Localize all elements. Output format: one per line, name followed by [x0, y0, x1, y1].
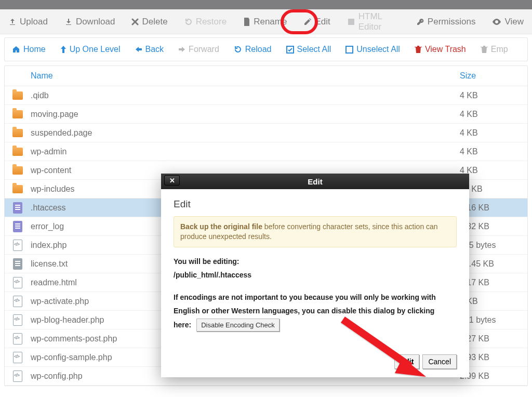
nav-label: Emp: [491, 45, 508, 54]
folder-icon: [12, 109, 23, 120]
reload-icon: [234, 45, 242, 54]
restore-button: Restore: [176, 9, 235, 34]
list-header: Name Size: [5, 66, 527, 86]
delete-button[interactable]: Delete: [123, 9, 176, 34]
header-name[interactable]: Name: [31, 71, 460, 81]
dialog-titlebar: ✕ Edit: [161, 174, 469, 189]
warning-bold: Back up the original file: [180, 222, 262, 231]
edit-button[interactable]: Edit: [295, 9, 338, 34]
file-size: 4 KB: [460, 91, 520, 100]
forward-button: Forward: [171, 37, 227, 61]
file-row[interactable]: wp-admin4 KB: [5, 142, 527, 161]
nav-label: Up One Level: [70, 45, 121, 54]
eye-icon: [492, 19, 501, 25]
code-file-icon: [12, 314, 23, 326]
code-file-icon: [12, 240, 23, 251]
unselect-all-icon: [345, 46, 353, 54]
folder-icon: [12, 127, 23, 139]
dialog-title: Edit: [308, 177, 322, 186]
dialog-cancel-button[interactable]: Cancel: [422, 354, 457, 369]
toolbar-label: Restore: [196, 17, 227, 27]
encoding-note: If encodings are not important to you be…: [174, 290, 457, 332]
forward-arrow-icon: [178, 46, 185, 53]
restore-icon: [184, 18, 193, 26]
toolbar-label: Upload: [20, 17, 48, 27]
toolbar-label: View: [504, 17, 524, 27]
up-one-level-button[interactable]: Up One Level: [53, 37, 128, 61]
key-icon: [416, 18, 424, 26]
edit-dialog: ✕ Edit Edit Back up the original file be…: [161, 174, 469, 377]
code-file-icon: [12, 352, 23, 363]
delete-icon: [131, 18, 139, 25]
file-size: 4 KB: [460, 147, 520, 156]
folder-icon: [12, 90, 23, 101]
code-file-icon: [12, 296, 23, 307]
dialog-actions: Edit Cancel: [174, 354, 457, 369]
note-line: here:: [174, 321, 191, 329]
file-size: 4 KB: [460, 128, 520, 138]
dialog-close-button[interactable]: ✕: [164, 175, 180, 186]
select-all-icon: [286, 46, 294, 54]
file-name: wp-admin: [31, 147, 460, 156]
svg-rect-1: [346, 46, 353, 53]
note-line: English or other Western languages, you …: [174, 304, 457, 318]
pencil-icon: [303, 18, 312, 26]
note-line: If encodings are not important to you be…: [174, 290, 457, 305]
app-header-bar: [0, 0, 532, 9]
dialog-body: Edit Back up the original file before co…: [161, 189, 469, 377]
dialog-heading: Edit: [174, 198, 457, 210]
toolbar-label: Permissions: [428, 17, 476, 27]
home-icon: [12, 45, 20, 54]
reload-button[interactable]: Reload: [227, 37, 279, 61]
download-button[interactable]: Download: [56, 9, 124, 34]
rename-icon: [243, 18, 250, 26]
file-row[interactable]: moving.page4 KB: [5, 105, 527, 124]
code-file-icon: [12, 333, 23, 345]
nav-label: Reload: [245, 45, 272, 54]
upload-button[interactable]: Upload: [0, 9, 56, 34]
trash-icon: [415, 45, 422, 54]
toolbar-label: Download: [76, 17, 115, 27]
download-icon: [64, 18, 73, 26]
back-arrow-icon: [135, 46, 142, 53]
folder-icon: [12, 183, 23, 195]
view-trash-button[interactable]: View Trash: [407, 37, 473, 61]
toolbar-label: HTML Editor: [358, 11, 400, 32]
nav-toolbar: Home Up One Level Back Forward Reload Se…: [4, 37, 528, 61]
editing-label: You will be editing:: [174, 257, 240, 266]
nav-label: Select All: [297, 45, 331, 54]
toolbar-label: Edit: [315, 17, 330, 27]
view-button[interactable]: View: [484, 9, 532, 34]
html-editor-icon: [347, 18, 355, 26]
toolbar-label: Rename: [254, 17, 287, 27]
file-name: .qidb: [31, 91, 460, 100]
document-icon: [12, 258, 23, 270]
disable-encoding-check-button[interactable]: Disable Encoding Check: [196, 319, 280, 332]
dialog-warning: Back up the original file before convert…: [174, 216, 457, 247]
permissions-button[interactable]: Permissions: [408, 9, 484, 34]
select-all-button[interactable]: Select All: [279, 37, 339, 61]
document-icon: [12, 221, 23, 232]
trash-icon: [481, 45, 488, 54]
unselect-all-button[interactable]: Unselect All: [338, 37, 407, 61]
folder-icon: [12, 146, 23, 157]
up-arrow-icon: [60, 45, 66, 54]
nav-label: Forward: [189, 45, 219, 54]
upload-icon: [8, 18, 17, 26]
nav-label: Unselect All: [356, 45, 400, 54]
file-row[interactable]: suspended.page4 KB: [5, 124, 527, 142]
folder-icon: [12, 165, 23, 176]
rename-button[interactable]: Rename: [235, 9, 295, 34]
file-row[interactable]: .qidb4 KB: [5, 86, 527, 105]
file-size: 4 KB: [460, 110, 520, 119]
code-file-icon: [12, 370, 23, 382]
file-name: moving.page: [31, 110, 460, 119]
back-button[interactable]: Back: [128, 37, 171, 61]
dialog-edit-button[interactable]: Edit: [394, 354, 419, 369]
nav-label: Back: [145, 45, 164, 54]
toolbar-label: Delete: [142, 17, 167, 27]
home-button[interactable]: Home: [5, 37, 53, 61]
editing-path: /public_html/.htaccess: [174, 271, 251, 279]
document-icon: [12, 202, 23, 214]
header-size[interactable]: Size: [460, 71, 520, 81]
